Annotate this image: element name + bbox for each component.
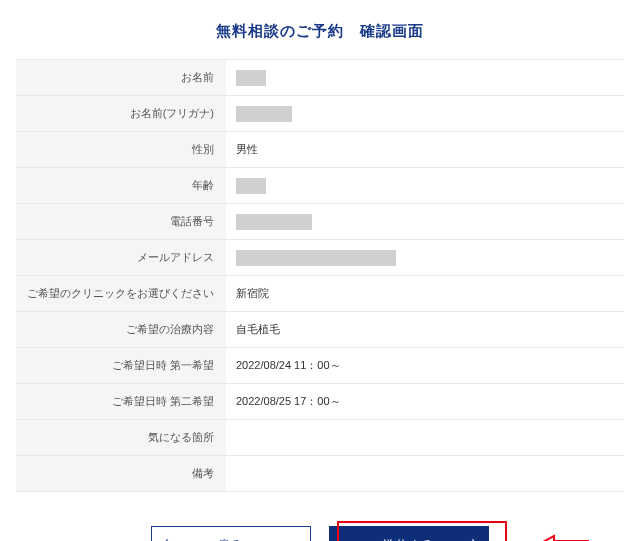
page-title: 無料相談のご予約 確認画面 bbox=[0, 0, 640, 59]
field-label: ご希望のクリニックをお選びください bbox=[16, 276, 226, 312]
table-row: 備考 bbox=[16, 456, 624, 492]
submit-button-label: 送信する bbox=[330, 537, 488, 542]
masked-value bbox=[236, 178, 266, 194]
field-label: 気になる箇所 bbox=[16, 420, 226, 456]
field-value: 2022/08/25 17：00～ bbox=[226, 384, 624, 420]
back-button[interactable]: 戻る bbox=[151, 526, 311, 541]
field-label: 年齢 bbox=[16, 168, 226, 204]
field-value bbox=[226, 240, 624, 276]
field-label: ご希望の治療内容 bbox=[16, 312, 226, 348]
table-row: メールアドレス bbox=[16, 240, 624, 276]
table-row: 気になる箇所 bbox=[16, 420, 624, 456]
field-label: 備考 bbox=[16, 456, 226, 492]
masked-value bbox=[236, 70, 266, 86]
svg-marker-0 bbox=[536, 536, 588, 541]
field-label: ご希望日時 第一希望 bbox=[16, 348, 226, 384]
field-value: 2022/08/24 11：00～ bbox=[226, 348, 624, 384]
field-label: お名前 bbox=[16, 60, 226, 96]
table-row: ご希望のクリニックをお選びください新宿院 bbox=[16, 276, 624, 312]
masked-value bbox=[236, 250, 396, 266]
table-row: ご希望の治療内容自毛植毛 bbox=[16, 312, 624, 348]
table-row: 電話番号 bbox=[16, 204, 624, 240]
field-label: メールアドレス bbox=[16, 240, 226, 276]
field-value: 新宿院 bbox=[226, 276, 624, 312]
field-label: ご希望日時 第二希望 bbox=[16, 384, 226, 420]
field-value bbox=[226, 456, 624, 492]
masked-value bbox=[236, 106, 292, 122]
field-value: 自毛植毛 bbox=[226, 312, 624, 348]
back-button-label: 戻る bbox=[152, 537, 310, 542]
button-row: 戻る 送信する bbox=[0, 526, 640, 541]
table-row: ご希望日時 第二希望2022/08/25 17：00～ bbox=[16, 384, 624, 420]
table-row: 年齢 bbox=[16, 168, 624, 204]
field-label: 性別 bbox=[16, 132, 226, 168]
confirmation-table: お名前お名前(フリガナ)性別男性年齢電話番号メールアドレスご希望のクリニックをお… bbox=[16, 59, 624, 492]
field-value bbox=[226, 204, 624, 240]
table-row: お名前(フリガナ) bbox=[16, 96, 624, 132]
field-value bbox=[226, 96, 624, 132]
pointer-arrow-icon bbox=[536, 534, 592, 541]
field-label: お名前(フリガナ) bbox=[16, 96, 226, 132]
field-value bbox=[226, 60, 624, 96]
table-row: お名前 bbox=[16, 60, 624, 96]
field-value bbox=[226, 420, 624, 456]
field-value bbox=[226, 168, 624, 204]
field-value: 男性 bbox=[226, 132, 624, 168]
table-row: 性別男性 bbox=[16, 132, 624, 168]
submit-button[interactable]: 送信する bbox=[329, 526, 489, 541]
masked-value bbox=[236, 214, 312, 230]
field-label: 電話番号 bbox=[16, 204, 226, 240]
table-row: ご希望日時 第一希望2022/08/24 11：00～ bbox=[16, 348, 624, 384]
